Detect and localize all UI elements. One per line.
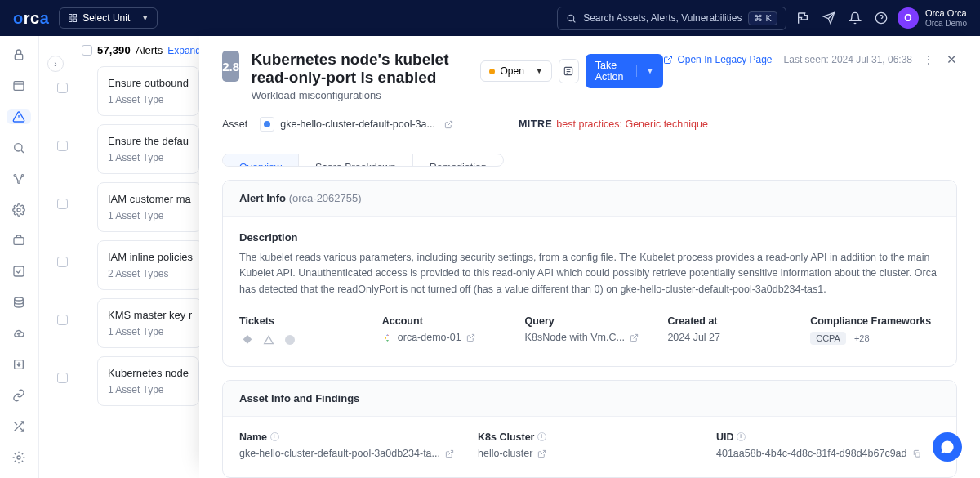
- query-text: K8sNode with Vm.C...: [525, 332, 625, 343]
- alert-list-item[interactable]: Ensure outbound1 Asset Type: [97, 66, 199, 116]
- alert-checkbox[interactable]: [57, 141, 68, 151]
- rail-item-search[interactable]: [7, 141, 31, 155]
- search-icon: [12, 141, 25, 154]
- alert-item-title: KMS master key r: [108, 309, 192, 321]
- asset-name-label: Name: [239, 431, 267, 443]
- warning-icon: [12, 110, 25, 123]
- rail-item-dashboard[interactable]: [7, 78, 31, 93]
- description-label: Description: [239, 231, 940, 243]
- svg-point-17: [18, 181, 20, 183]
- tickets-label: Tickets: [239, 315, 369, 327]
- open-legacy-label: Open In Legacy Page: [677, 54, 772, 65]
- info-icon[interactable]: [537, 432, 546, 441]
- alert-list-item[interactable]: IAM customer ma1 Asset Type: [97, 182, 199, 232]
- alert-detail-panel: Open In Legacy Page Last seen: 2024 Jul …: [199, 36, 980, 478]
- note-button[interactable]: [559, 59, 579, 83]
- uid-label: UID: [716, 431, 734, 443]
- mitre-link[interactable]: MITRE best practices: Generic technique: [519, 118, 708, 130]
- external-link-icon: [466, 333, 475, 342]
- svg-rect-3: [74, 19, 77, 22]
- alert-checkbox[interactable]: [57, 315, 68, 325]
- profile-org: Orca Demo: [925, 19, 967, 28]
- rail-item-layers[interactable]: [7, 295, 31, 310]
- asset-info-card: Asset Info and Findings Name gke-hello-c…: [222, 380, 957, 478]
- bell-icon[interactable]: [849, 11, 862, 25]
- check-icon: [12, 265, 25, 278]
- status-dropdown[interactable]: Open▼: [480, 60, 551, 82]
- info-icon[interactable]: [737, 432, 746, 441]
- info-icon[interactable]: [270, 432, 279, 441]
- alert-info-heading: Alert Info: [239, 192, 286, 204]
- alert-checkbox[interactable]: [57, 257, 68, 267]
- take-action-button[interactable]: Take Action▼: [586, 54, 664, 88]
- svg-line-35: [633, 334, 637, 338]
- triangle-icon[interactable]: [261, 332, 277, 348]
- cluster-value[interactable]: hello-cluster: [478, 448, 702, 459]
- created-label: Created at: [667, 315, 797, 327]
- chat-fab[interactable]: [933, 432, 962, 462]
- query-value[interactable]: K8sNode with Vm.C...: [525, 332, 655, 343]
- rail-item-lock[interactable]: [7, 47, 31, 62]
- open-legacy-link[interactable]: Open In Legacy Page: [663, 54, 772, 65]
- alert-list-item[interactable]: KMS master key r1 Asset Type: [97, 298, 199, 348]
- alert-checkbox[interactable]: [57, 83, 68, 93]
- rail-item-graph[interactable]: [7, 172, 31, 186]
- select-all-checkbox[interactable]: [82, 45, 92, 56]
- svg-line-5: [573, 20, 575, 22]
- rail-item-cloud[interactable]: [7, 326, 31, 341]
- compliance-more[interactable]: +28: [854, 333, 870, 343]
- alert-list-item[interactable]: IAM inline policies2 Asset Types: [97, 240, 199, 290]
- flag-icon[interactable]: [796, 11, 809, 25]
- collapse-handle[interactable]: ›: [47, 56, 64, 72]
- tab-score-breakdown[interactable]: Score Breakdown: [299, 154, 413, 167]
- grid-icon: [68, 13, 78, 23]
- asset-name: gke-hello-cluster-default-pool-3a...: [280, 118, 435, 130]
- alert-subtitle: Workload misconfigurations: [251, 89, 469, 101]
- compliance-chip[interactable]: CCPA: [810, 332, 846, 345]
- shuffle-icon: [12, 420, 25, 433]
- github-icon[interactable]: [282, 332, 298, 348]
- alert-item-sub: 1 Asset Type: [108, 326, 192, 337]
- svg-line-14: [21, 150, 24, 153]
- alert-item-sub: 1 Asset Type: [108, 384, 189, 395]
- expand-link[interactable]: Expand: [167, 45, 199, 56]
- unit-select-dropdown[interactable]: Select Unit ▼: [59, 7, 158, 29]
- tab-overview[interactable]: Overview: [223, 154, 299, 167]
- send-icon[interactable]: [822, 11, 835, 25]
- alert-checkbox[interactable]: [57, 373, 68, 383]
- rail-item-briefcase[interactable]: [7, 234, 31, 248]
- rail-item-check[interactable]: [7, 264, 31, 279]
- account-value[interactable]: orca-demo-01: [382, 332, 512, 343]
- rail-item-shuffle[interactable]: [7, 419, 31, 434]
- external-link-icon: [537, 449, 546, 458]
- window-icon: [12, 79, 25, 92]
- svg-point-13: [15, 143, 22, 150]
- rail-item-link[interactable]: [7, 388, 31, 403]
- alert-list-item[interactable]: Kubernetes node1 Asset Type: [97, 356, 199, 406]
- svg-rect-1: [74, 15, 77, 18]
- alert-list-item[interactable]: Ensure the defau1 Asset Type: [97, 124, 199, 174]
- rail-item-alerts[interactable]: [7, 109, 31, 124]
- logo: orca: [13, 9, 49, 28]
- svg-line-24: [667, 56, 672, 61]
- alert-item-title: IAM customer ma: [108, 193, 191, 205]
- svg-rect-38: [915, 453, 920, 457]
- svg-point-29: [264, 121, 270, 127]
- asset-chip[interactable]: gke-hello-cluster-default-pool-3a...: [259, 116, 454, 132]
- profile-menu[interactable]: O Orca Orca Orca Demo: [898, 7, 967, 29]
- global-search-input[interactable]: Search Assets, Alerts, Vulnerabilities ⌘…: [557, 7, 786, 30]
- asset-info-heading: Asset Info and Findings: [239, 392, 359, 404]
- more-menu[interactable]: ⋮: [924, 54, 935, 65]
- close-button[interactable]: ✕: [947, 52, 957, 67]
- help-icon[interactable]: [875, 11, 888, 25]
- tab-remediation[interactable]: Remediation: [413, 154, 503, 167]
- rail-item-config[interactable]: [7, 203, 31, 217]
- copy-icon[interactable]: [912, 449, 921, 458]
- external-link-icon: [630, 333, 639, 342]
- alert-checkbox[interactable]: [57, 199, 68, 209]
- jira-icon[interactable]: [239, 332, 256, 348]
- rail-item-download[interactable]: [7, 357, 31, 372]
- rail-item-settings[interactable]: [7, 450, 31, 465]
- asset-name-value[interactable]: gke-hello-cluster-default-pool-3a0db234-…: [239, 448, 463, 459]
- account-name: orca-demo-01: [398, 332, 461, 343]
